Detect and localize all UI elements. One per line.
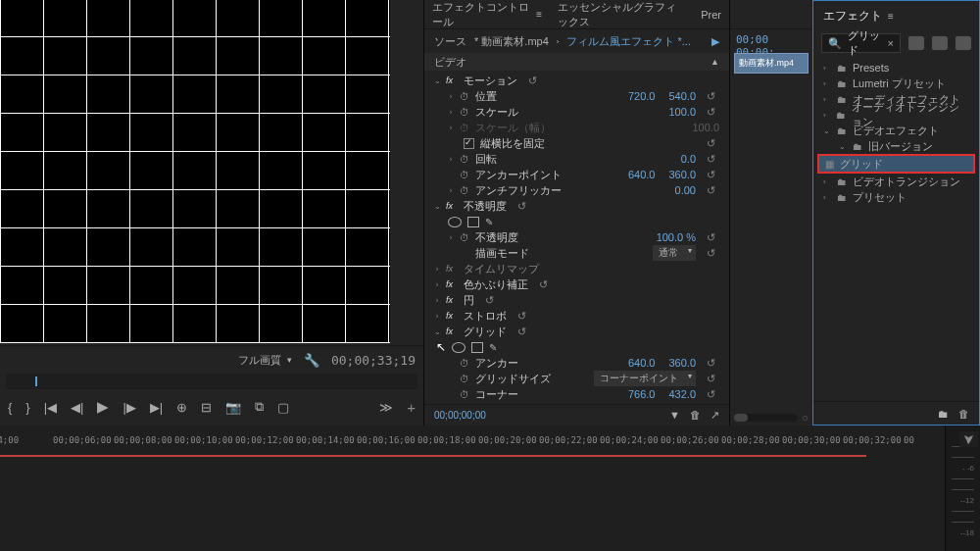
prop-rotation[interactable]: ›⏱ 回転 0.0 ↺ bbox=[424, 151, 729, 167]
insert-icon[interactable]: ⊕ bbox=[176, 400, 187, 415]
pen-mask-icon[interactable]: ✎ bbox=[485, 217, 493, 227]
stopwatch-icon[interactable]: ⏱ bbox=[460, 185, 469, 196]
zoom-dropdown[interactable]: フル画質 ▾ bbox=[238, 353, 292, 368]
timeline-track-area[interactable] bbox=[0, 455, 866, 457]
preview-time-ruler[interactable] bbox=[6, 374, 417, 389]
filter-icon[interactable]: ▼ bbox=[669, 409, 680, 422]
prop-scale[interactable]: ›⏱ スケール 100.0 ↺ bbox=[424, 104, 729, 120]
fx-strobe[interactable]: ›fx ストロボ ↺ bbox=[424, 308, 729, 324]
stopwatch-icon[interactable]: ⏱ bbox=[460, 170, 469, 180]
stopwatch-icon[interactable]: ⏱ bbox=[460, 389, 469, 400]
new-bin-icon[interactable]: 🖿 bbox=[938, 408, 949, 420]
pen-mask-icon[interactable]: ✎ bbox=[489, 342, 497, 353]
reset-icon[interactable]: ↺ bbox=[702, 169, 719, 181]
reset-icon[interactable]: ↺ bbox=[702, 153, 719, 166]
folder-preset[interactable]: ›🖿プリセット bbox=[813, 189, 979, 205]
stopwatch-icon[interactable]: ⏱ bbox=[460, 154, 469, 165]
tab-effects[interactable]: エフェクト bbox=[823, 8, 882, 25]
trash-icon[interactable]: 🗑 bbox=[690, 409, 701, 422]
collapse-icon[interactable]: ⮟ bbox=[959, 431, 978, 447]
timeline-main[interactable]: 04;0000;00;06;0000;00;08;0000;00;10;0000… bbox=[0, 426, 945, 551]
tab-effect-controls[interactable]: エフェクトコントロール ≡ bbox=[432, 0, 542, 29]
reset-icon[interactable]: ↺ bbox=[702, 357, 719, 370]
fx-circle[interactable]: ›fx 円 ↺ bbox=[424, 292, 729, 308]
preview-timecode[interactable]: 00;00;33;19 bbox=[331, 353, 416, 368]
stopwatch-icon[interactable]: ⏱ bbox=[460, 374, 469, 384]
mark-in-icon[interactable]: { bbox=[8, 400, 12, 415]
source-timeline[interactable]: フィルム風エフェクト *... bbox=[566, 34, 691, 49]
clear-icon[interactable]: × bbox=[888, 37, 894, 49]
folder-audio-trans[interactable]: ›🖿オーディオトランジション bbox=[813, 107, 979, 123]
checkbox-icon[interactable] bbox=[464, 138, 474, 149]
accelerated-icon[interactable] bbox=[908, 36, 924, 50]
more-icon[interactable]: ≫ bbox=[379, 400, 393, 415]
mini-clip[interactable]: 動画素材.mp4 bbox=[734, 53, 808, 74]
reset-icon[interactable]: ↺ bbox=[702, 247, 719, 260]
effect-grid[interactable]: ▦グリッド bbox=[817, 154, 975, 174]
prop-grid-corner[interactable]: ⏱ コーナー 766.0 432.0 ↺ bbox=[424, 386, 729, 402]
fx-motion[interactable]: ⌄fx モーション ↺ bbox=[424, 73, 729, 88]
play-icon[interactable]: ▶ bbox=[97, 398, 109, 416]
prop-grid-size[interactable]: ⏱ グリッドサイズ コーナーポイント ↺ bbox=[424, 371, 729, 386]
reset-icon[interactable]: ↺ bbox=[702, 184, 719, 197]
reset-icon[interactable]: ↺ bbox=[702, 388, 719, 401]
prop-opacity[interactable]: ›⏱ 不透明度 100.0 % ↺ bbox=[424, 229, 729, 245]
tab-essential-graphics[interactable]: エッセンシャルグラフィックス bbox=[558, 0, 685, 29]
overwrite-icon[interactable]: ⊟ bbox=[201, 400, 212, 415]
rect-mask-icon[interactable] bbox=[467, 217, 479, 227]
stopwatch-icon[interactable]: ⏱ bbox=[460, 358, 469, 369]
prop-antiflicker[interactable]: ›⏱ アンチフリッカー 0.00 ↺ bbox=[424, 182, 729, 198]
rect-mask-icon[interactable] bbox=[471, 342, 483, 353]
fx-colorbalance[interactable]: ›fx 色かぶり補正 ↺ bbox=[424, 276, 729, 292]
prop-blend-mode[interactable]: 描画モード 通常 ↺ bbox=[424, 245, 729, 261]
prop-uniform-scale[interactable]: 縦横比を固定 ↺ bbox=[424, 135, 729, 151]
reset-icon[interactable]: ↺ bbox=[523, 75, 541, 87]
footer-timecode[interactable]: 00;00;00;00 bbox=[434, 410, 486, 421]
reset-icon[interactable]: ↺ bbox=[513, 326, 530, 338]
compare-icon[interactable]: ⧉ bbox=[255, 399, 264, 415]
32bit-icon[interactable] bbox=[932, 36, 948, 50]
blend-dropdown[interactable]: 通常 bbox=[653, 245, 696, 261]
step-forward-icon[interactable]: |▶ bbox=[122, 400, 135, 415]
reset-icon[interactable]: ↺ bbox=[702, 231, 719, 244]
step-back-icon[interactable]: ◀| bbox=[71, 400, 83, 415]
prop-anchor-point[interactable]: ⏱ アンカーポイント 640.0 360.0 ↺ bbox=[424, 167, 729, 182]
ellipse-mask-icon[interactable] bbox=[448, 217, 462, 227]
wrench-icon[interactable]: 🔧 bbox=[304, 353, 319, 368]
tab-preview-short[interactable]: Prer bbox=[701, 9, 721, 21]
hamburger-icon[interactable]: ≡ bbox=[888, 11, 894, 22]
grid-size-dropdown[interactable]: コーナーポイント bbox=[594, 371, 696, 386]
stopwatch-icon[interactable]: ⏱ bbox=[460, 107, 469, 118]
fx-grid[interactable]: ⌄fx グリッド ↺ bbox=[424, 324, 729, 339]
prop-grid-anchor[interactable]: ⏱ アンカー 640.0 360.0 ↺ bbox=[424, 355, 729, 371]
folder-video-trans[interactable]: ›🖿ビデオトランジション bbox=[813, 174, 979, 189]
mark-out-icon[interactable]: } bbox=[25, 400, 29, 415]
export-icon[interactable]: ↗ bbox=[710, 409, 719, 422]
reset-icon[interactable]: ↺ bbox=[702, 137, 719, 150]
folder-presets[interactable]: ›🖿Presets bbox=[813, 60, 979, 75]
mini-timecode[interactable]: 00;00 00;00; bbox=[730, 29, 812, 53]
hamburger-icon[interactable]: ≡ bbox=[536, 9, 542, 20]
reset-icon[interactable]: ↺ bbox=[702, 373, 719, 385]
export-frame-icon[interactable]: 📷 bbox=[225, 400, 241, 415]
folder-old-version[interactable]: ⌄🖿旧バージョン bbox=[813, 138, 979, 154]
stopwatch-icon[interactable]: ⏱ bbox=[460, 91, 469, 102]
timeline-ruler[interactable]: 04;0000;00;06;0000;00;08;0000;00;10;0000… bbox=[0, 435, 945, 455]
preview-viewport[interactable] bbox=[0, 0, 423, 345]
effects-search-input[interactable]: 🔍 グリッド × bbox=[821, 33, 901, 53]
mini-scrollbar[interactable]: ○ bbox=[730, 410, 812, 426]
playhead-icon[interactable]: ▶ bbox=[711, 35, 719, 48]
video-section-header[interactable]: ビデオ ▲ bbox=[424, 53, 729, 71]
go-to-out-icon[interactable]: ▶| bbox=[150, 400, 163, 415]
reset-icon[interactable]: ↺ bbox=[534, 278, 552, 291]
safe-margins-icon[interactable]: ▢ bbox=[277, 400, 289, 415]
stopwatch-icon[interactable]: ⏱ bbox=[460, 232, 469, 243]
prop-position[interactable]: ›⏱ 位置 720.0 540.0 ↺ bbox=[424, 88, 729, 104]
folder-lumetri[interactable]: ›🖿Lumetri プリセット bbox=[813, 75, 979, 91]
reset-icon[interactable]: ↺ bbox=[480, 294, 498, 307]
reset-icon[interactable]: ↺ bbox=[513, 310, 530, 323]
reset-icon[interactable]: ↺ bbox=[513, 200, 530, 213]
fx-opacity[interactable]: ⌄fx 不透明度 ↺ bbox=[424, 198, 729, 214]
yuv-icon[interactable] bbox=[956, 36, 971, 50]
fx-timeremap[interactable]: ›fx タイムリマップ bbox=[424, 261, 729, 276]
